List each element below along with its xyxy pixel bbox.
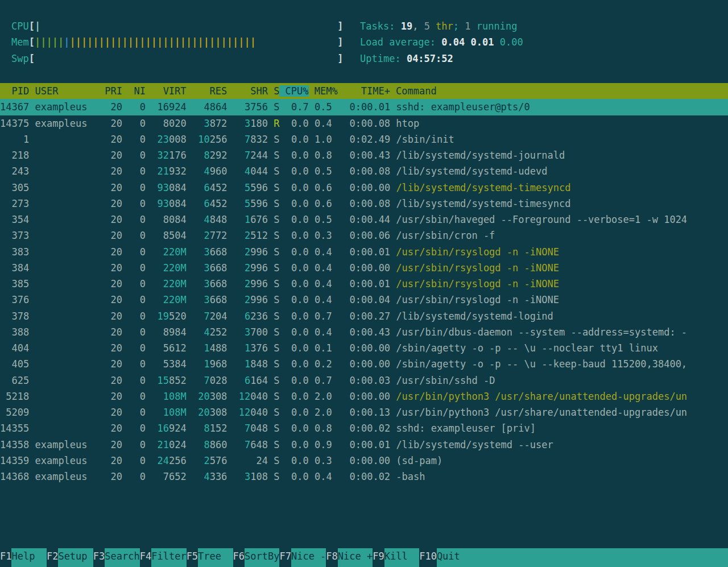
fkey-f1[interactable]: F1 xyxy=(0,548,11,564)
fkey-f8-label[interactable]: Nice + xyxy=(338,548,373,564)
fkey-f8[interactable]: F8 xyxy=(326,548,337,564)
cell-cpu: 0.0 xyxy=(286,375,309,386)
fkey-f1-label[interactable]: Help xyxy=(11,548,46,564)
process-row[interactable]: 5209 20 0 108M 20308 12040 S 0.0 2.0 0:0… xyxy=(0,404,728,420)
cell-ni: 0 xyxy=(128,262,146,274)
cell-time: 0:00.08 xyxy=(344,165,390,177)
process-row[interactable]: 14367 exampleus 20 0 16924 4864 3756 S 0… xyxy=(0,99,728,115)
cell-time: 0:00.02 xyxy=(344,423,390,434)
cell-shr: 596 xyxy=(250,198,268,209)
cell-state: S xyxy=(274,165,279,177)
process-row[interactable]: 273 20 0 93084 6452 5596 S 0.0 0.6 0:00.… xyxy=(0,196,728,212)
cell-mem: 0.7 xyxy=(315,311,338,322)
cell-shr: 108 xyxy=(250,471,268,482)
process-row[interactable]: 404 20 0 5612 1488 1376 S 0.0 0.1 0:00.0… xyxy=(0,340,728,356)
cell-pri: 20 xyxy=(93,150,122,161)
column-header-pri[interactable]: PRI xyxy=(88,85,122,97)
fkey-f2[interactable]: F2 xyxy=(47,548,58,564)
fkey-f9-label[interactable]: Kill xyxy=(384,548,419,564)
process-row[interactable]: 373 20 0 8504 2772 2512 S 0.0 0.3 0:00.0… xyxy=(0,227,728,243)
fkey-f6[interactable]: F6 xyxy=(233,548,245,564)
cell-ni: 0 xyxy=(128,375,146,386)
tasks-count: 19 xyxy=(401,20,412,32)
column-header-virt[interactable]: VIRT xyxy=(146,85,187,97)
cell-cpu: 0.0 xyxy=(286,439,309,450)
column-header-user[interactable]: USER xyxy=(29,85,87,97)
cell-mem: 0.4 xyxy=(315,246,338,258)
cell-state: S xyxy=(274,423,279,434)
column-header-s[interactable]: S xyxy=(268,85,279,97)
fkey-f3-label[interactable]: Search xyxy=(105,548,139,564)
cell-pri: 20 xyxy=(93,407,122,418)
column-header-command[interactable]: Command xyxy=(390,85,437,97)
process-row[interactable]: 388 20 0 8984 4252 3700 S 0.0 0.4 0:00.4… xyxy=(0,324,728,340)
fkey-f2-label[interactable]: Setup xyxy=(58,548,93,564)
process-row[interactable]: 385 20 0 220M 3668 2996 S 0.0 0.4 0:00.0… xyxy=(0,276,728,292)
fkey-f7-label[interactable]: Nice - xyxy=(291,548,326,564)
process-row[interactable]: 14359 exampleus 20 0 24256 2576 24 S 0.0… xyxy=(0,453,728,469)
process-row[interactable]: 1 20 0 23008 10256 7832 S 0.0 1.0 0:02.4… xyxy=(0,131,728,147)
cell-mem: 0.1 xyxy=(315,342,338,354)
fkey-f5-label[interactable]: Tree xyxy=(198,548,233,564)
cell-command: /usr/sbin/sshd -D xyxy=(396,375,495,386)
cpu-meter: CPU[| ] xyxy=(11,18,343,34)
process-row[interactable]: 625 20 0 15852 7028 6164 S 0.0 0.7 0:00.… xyxy=(0,373,728,388)
cell-time: 0:00.08 xyxy=(344,118,390,129)
process-row[interactable]: 376 20 0 220M 3668 2996 S 0.0 0.4 0:00.0… xyxy=(0,292,728,308)
process-row[interactable]: 14355 20 0 16924 8152 7048 S 0.0 0.8 0:0… xyxy=(0,420,728,436)
process-row[interactable]: 14375 exampleus 20 0 8020 3872 3180 R 0.… xyxy=(0,115,728,131)
cell-pri: 20 xyxy=(93,246,122,258)
process-row[interactable]: 384 20 0 220M 3668 2996 S 0.0 0.4 0:00.0… xyxy=(0,260,728,276)
cell-cpu: 0.0 xyxy=(286,134,309,145)
column-header-pid[interactable]: PID xyxy=(0,85,29,97)
cell-command: /lib/systemd/systemd-logind xyxy=(396,311,553,322)
cell-res: 4 xyxy=(204,326,209,338)
fkey-f4-label[interactable]: Filter xyxy=(151,548,186,564)
column-header-res[interactable]: RES xyxy=(187,85,228,97)
column-header-time[interactable]: TIME+ xyxy=(338,85,390,97)
fkey-f6-label[interactable]: SortBy xyxy=(245,548,279,564)
fkey-f7[interactable]: F7 xyxy=(279,548,291,564)
load-average-label: Load average: xyxy=(360,36,441,48)
fkey-f4[interactable]: F4 xyxy=(140,548,151,564)
process-row[interactable]: 405 20 0 5384 1968 1848 S 0.0 0.2 0:00.0… xyxy=(0,356,728,372)
cell-res: 4 xyxy=(204,471,209,482)
process-row[interactable]: 305 20 0 93084 6452 5596 S 0.0 0.6 0:00.… xyxy=(0,180,728,196)
cell-res: 2 xyxy=(204,455,209,466)
cell-pri: 20 xyxy=(93,423,122,434)
fkey-f10[interactable]: F10 xyxy=(419,548,437,564)
cell-shr: 3 xyxy=(245,326,250,338)
process-row[interactable]: 383 20 0 220M 3668 2996 S 0.0 0.4 0:00.0… xyxy=(0,244,728,260)
cell-cpu: 0.0 xyxy=(286,423,309,434)
cell-virt: 93 xyxy=(157,182,168,193)
process-row[interactable]: 243 20 0 21932 4960 4044 S 0.0 0.5 0:00.… xyxy=(0,163,728,179)
cell-shr: 7 xyxy=(245,423,250,434)
fkey-f10-label[interactable]: Quit xyxy=(437,548,728,564)
column-header-ni[interactable]: NI xyxy=(122,85,146,97)
cell-virt: 008 xyxy=(169,134,187,145)
process-row[interactable]: 14368 exampleus 20 0 7652 4336 3108 S 0.… xyxy=(0,469,728,485)
cell-shr: 3 xyxy=(245,471,250,482)
cell-time: 0:00.43 xyxy=(344,326,390,338)
process-row[interactable]: 14358 exampleus 20 0 21024 8860 7648 S 0… xyxy=(0,437,728,453)
cell-cpu: 0.0 xyxy=(286,326,309,338)
fkey-f5[interactable]: F5 xyxy=(187,548,198,564)
cell-cpu: 0.0 xyxy=(286,278,309,289)
cell-res: 7 xyxy=(204,375,209,386)
cell-time: 0:00.02 xyxy=(344,471,390,482)
cell-state: S xyxy=(274,246,279,258)
column-header-shr[interactable]: SHR xyxy=(227,85,268,97)
column-header-cpu[interactable]: CPU% xyxy=(279,85,308,97)
process-row[interactable]: 378 20 0 19520 7204 6236 S 0.0 0.7 0:00.… xyxy=(0,308,728,324)
process-row[interactable]: 354 20 0 8084 4848 1676 S 0.0 0.5 0:00.4… xyxy=(0,212,728,227)
process-row[interactable]: 5218 20 0 108M 20308 12040 S 0.0 2.0 0:0… xyxy=(0,388,728,404)
process-row[interactable]: 218 20 0 32176 8292 7244 S 0.0 0.8 0:00.… xyxy=(0,147,728,163)
cell-command: /lib/systemd/systemd-journald xyxy=(396,150,565,161)
cell-res: 6 xyxy=(204,182,209,193)
column-header-mem[interactable]: MEM% xyxy=(309,85,338,97)
cell-state: S xyxy=(274,471,279,482)
fkey-f9[interactable]: F9 xyxy=(373,548,384,564)
fkey-f8-label: Nice + xyxy=(338,564,373,567)
fkey-f3[interactable]: F3 xyxy=(93,548,105,564)
fkey-f5: F5 xyxy=(187,564,198,567)
